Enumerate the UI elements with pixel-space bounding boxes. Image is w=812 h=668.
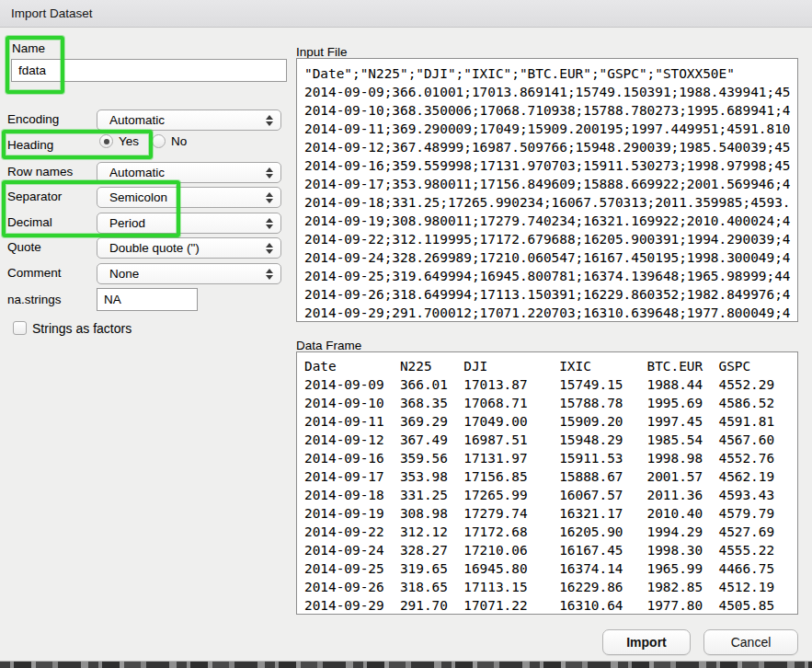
quote-value: Double quote (")	[109, 241, 200, 255]
cell-gspc: 4593.43	[718, 486, 774, 504]
quote-dropdown[interactable]: Double quote (")	[97, 237, 281, 259]
cell-date: 2014-09-29	[304, 596, 400, 615]
heading-no-radio[interactable]	[152, 134, 166, 148]
cell-date: 2014-09-19	[304, 504, 400, 523]
cell-gspc: 4466.75	[718, 559, 774, 578]
cell-dji: 17210.06	[463, 541, 559, 559]
table-row: 2014-09-25 319.65 16945.80 16374.14 1965…	[304, 559, 797, 578]
row-names-value: Automatic	[109, 166, 165, 179]
cell-btc-eur: 1985.54	[647, 431, 719, 449]
cell-n225: 318.65	[400, 578, 463, 596]
input-file-label: Input File	[296, 45, 348, 59]
csv-line: 2014-09-17;353.980011;17156.849609;15888…	[304, 175, 797, 193]
cell-gspc: 4579.79	[718, 504, 774, 523]
na-strings-input[interactable]: NA	[97, 288, 198, 311]
csv-line: 2014-09-18;331.25;17265.990234;16067.570…	[304, 193, 797, 212]
data-frame-header-row: Date N225 DJI IXIC BTC.EUR GSPC	[304, 357, 797, 375]
csv-line: "Date";"N225";"DJI";"IXIC";"BTC.EUR";"GS…	[304, 64, 797, 83]
csv-line: 2014-09-22;312.119995;17172.679688;16205…	[304, 230, 797, 248]
table-row: 2014-09-22 312.12 17172.68 16205.90 1994…	[304, 523, 797, 541]
cell-n225: 291.70	[400, 596, 463, 615]
cell-btc-eur: 1998.30	[647, 541, 719, 559]
cell-dji: 17113.15	[463, 578, 559, 596]
table-row: 2014-09-09 366.01 17013.87 15749.15 1988…	[304, 375, 797, 394]
row-names-dropdown[interactable]: Automatic	[97, 162, 281, 183]
cell-n225: 308.98	[400, 504, 463, 523]
cell-n225: 353.98	[400, 467, 463, 486]
column-header: IXIC	[559, 357, 646, 375]
cell-date: 2014-09-11	[304, 412, 400, 431]
row-names-label: Row names	[7, 165, 73, 179]
cell-gspc: 4552.29	[718, 375, 774, 394]
column-header: BTC.EUR	[647, 357, 719, 375]
csv-line: 2014-09-10;368.350006;17068.710938;15788…	[304, 101, 797, 120]
csv-line: 2014-09-12;367.48999;16987.509766;15948.…	[304, 138, 797, 156]
background-window-strip	[0, 661, 812, 668]
cell-ixic: 16229.86	[559, 578, 646, 596]
cell-btc-eur: 2011.36	[647, 486, 719, 504]
cell-gspc: 4555.22	[718, 541, 774, 559]
cell-ixic: 16067.57	[559, 486, 646, 504]
csv-line: 2014-09-25;319.649994;16945.800781;16374…	[304, 267, 797, 285]
cell-n225: 369.29	[400, 412, 463, 431]
csv-line: 2014-09-16;359.559998;17131.970703;15911…	[304, 156, 797, 175]
input-file-preview[interactable]: "Date";"N225";"DJI";"IXIC";"BTC.EUR";"GS…	[296, 58, 798, 322]
separator-dropdown[interactable]: Semicolon	[97, 187, 281, 208]
csv-line: 2014-09-19;308.980011;17279.740234;16321…	[304, 212, 797, 230]
heading-yes-radio[interactable]	[99, 134, 113, 148]
cell-date: 2014-09-24	[304, 541, 400, 559]
table-row: 2014-09-17 353.98 17156.85 15888.67 2001…	[304, 467, 797, 486]
cell-ixic: 16310.64	[559, 596, 646, 615]
decimal-value: Period	[109, 216, 145, 230]
cell-ixic: 15911.53	[559, 449, 646, 467]
cell-date: 2014-09-26	[304, 578, 400, 596]
data-frame-preview[interactable]: Date N225 DJI IXIC BTC.EUR GSPC 2014-09-…	[296, 351, 798, 615]
table-row: 2014-09-12 367.49 16987.51 15948.29 1985…	[304, 431, 797, 449]
cell-btc-eur: 1982.85	[647, 578, 719, 596]
table-row: 2014-09-26 318.65 17113.15 16229.86 1982…	[304, 578, 797, 596]
cell-n225: 328.27	[400, 541, 463, 559]
cell-dji: 16945.80	[463, 559, 559, 578]
cell-btc-eur: 1998.98	[647, 449, 719, 467]
cell-gspc: 4562.19	[718, 467, 774, 486]
data-frame-body: 2014-09-09 366.01 17013.87 15749.15 1988…	[304, 375, 797, 615]
table-row: 2014-09-29 291.70 17071.22 16310.64 1977…	[304, 596, 797, 615]
cell-date: 2014-09-18	[304, 486, 400, 504]
column-header: GSPC	[718, 357, 750, 375]
cell-date: 2014-09-22	[304, 523, 400, 541]
separator-value: Semicolon	[109, 190, 167, 204]
cancel-button[interactable]: Cancel	[703, 629, 798, 655]
heading-label: Heading	[7, 138, 53, 152]
cell-dji: 17131.97	[463, 449, 559, 467]
cell-dji: 17013.87	[463, 375, 559, 394]
cell-n225: 312.12	[400, 523, 463, 541]
cell-gspc: 4527.69	[718, 523, 774, 541]
csv-line: 2014-09-24;328.269989;17210.060547;16167…	[304, 248, 797, 267]
dropdown-arrows-icon	[266, 269, 273, 280]
cell-dji: 17071.22	[463, 596, 559, 615]
cell-n225: 366.01	[400, 375, 463, 394]
column-header: DJI	[463, 357, 559, 375]
comment-dropdown[interactable]: None	[97, 263, 281, 284]
cell-ixic: 16205.90	[559, 523, 646, 541]
separator-label: Separator	[7, 190, 62, 203]
dropdown-arrows-icon	[266, 192, 273, 203]
column-header: Date	[304, 357, 400, 375]
cell-dji: 17172.68	[463, 523, 559, 541]
cell-ixic: 16167.45	[559, 541, 646, 559]
table-row: 2014-09-10 368.35 17068.71 15788.78 1995…	[304, 394, 797, 412]
heading-yes-label: Yes	[119, 134, 139, 148]
import-button[interactable]: Import	[602, 629, 691, 655]
cell-ixic: 15909.20	[559, 412, 646, 431]
decimal-dropdown[interactable]: Period	[97, 213, 281, 234]
cell-date: 2014-09-25	[304, 559, 400, 578]
cell-btc-eur: 2010.40	[647, 504, 719, 523]
cell-ixic: 15749.15	[559, 375, 646, 394]
csv-line: 2014-09-26;318.649994;17113.150391;16229…	[304, 285, 797, 304]
cell-ixic: 16374.14	[559, 559, 646, 578]
cell-gspc: 4586.52	[718, 394, 774, 412]
encoding-dropdown[interactable]: Automatic	[97, 109, 281, 131]
name-input[interactable]: fdata	[11, 59, 287, 82]
strings-as-factors-checkbox[interactable]	[13, 321, 27, 335]
cell-dji: 16987.51	[463, 431, 559, 449]
